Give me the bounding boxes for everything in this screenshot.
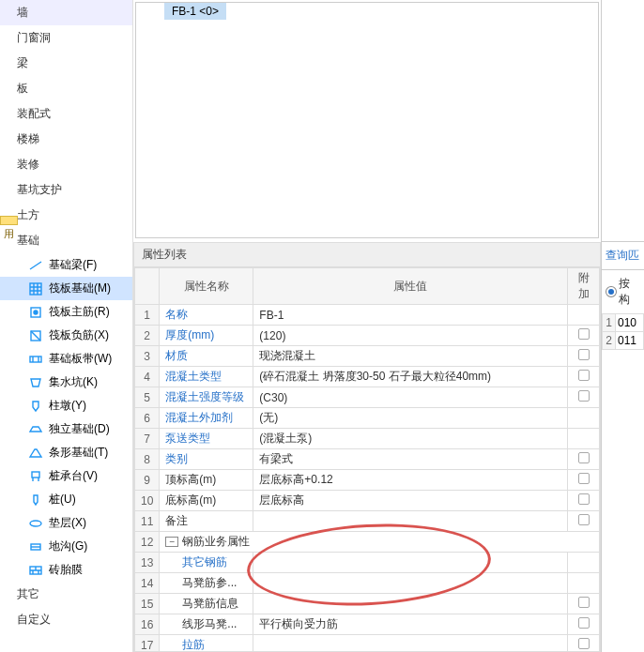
subcategory-item[interactable]: 筏板基础(M)	[0, 277, 132, 300]
property-value-cell[interactable]: (C30)	[253, 387, 568, 408]
subcategory-item[interactable]: 垫层(X)	[0, 511, 132, 535]
component-tag[interactable]: FB-1 <0>	[164, 3, 226, 20]
category-item[interactable]: 板	[0, 76, 132, 101]
property-value-cell[interactable]: 有梁式	[253, 449, 568, 470]
subcategory-item[interactable]: 柱墩(Y)	[0, 394, 132, 417]
subcategory-item[interactable]: 砖胎膜	[0, 558, 132, 582]
checkbox[interactable]	[578, 473, 590, 484]
property-row[interactable]: 6混凝土外加剂(无)	[135, 408, 600, 429]
vertical-tab[interactable]: 用	[0, 216, 18, 225]
property-extra-cell[interactable]	[568, 511, 600, 532]
property-extra-cell[interactable]	[568, 326, 600, 346]
property-extra-cell[interactable]	[568, 429, 600, 449]
subcategory-item[interactable]: 筏板主筋(R)	[0, 300, 132, 324]
category-item[interactable]: 装配式	[0, 101, 132, 127]
property-extra-cell[interactable]	[568, 387, 600, 408]
property-value-cell[interactable]: (混凝土泵)	[253, 429, 568, 449]
property-value-cell[interactable]: (碎石混凝土 坍落度30-50 石子最大粒径40mm)	[253, 367, 568, 387]
property-name-cell[interactable]: 其它钢筋	[160, 553, 253, 573]
property-value-cell[interactable]: FB-1	[253, 305, 568, 326]
subcategory-item[interactable]: 基础梁(F)	[0, 253, 132, 277]
property-value-cell[interactable]	[253, 511, 568, 532]
property-name-cell[interactable]: 材质	[160, 346, 253, 367]
category-item[interactable]: 装修	[0, 152, 132, 177]
property-extra-cell[interactable]	[568, 594, 600, 614]
property-extra-cell[interactable]	[568, 449, 600, 470]
property-extra-cell[interactable]	[568, 408, 600, 429]
property-extra-cell[interactable]	[568, 470, 600, 491]
property-name-cell[interactable]: 马凳筋参...	[160, 573, 253, 594]
right-table-row[interactable]: 2011	[603, 332, 644, 350]
property-value-cell[interactable]	[253, 594, 568, 614]
radio-by-component[interactable]: 按构	[602, 270, 644, 313]
subcategory-item[interactable]: 筏板负筋(X)	[0, 324, 132, 347]
checkbox[interactable]	[578, 617, 590, 629]
property-extra-cell[interactable]	[568, 305, 600, 326]
property-row[interactable]: 7泵送类型(混凝土泵)	[135, 429, 600, 449]
property-extra-cell[interactable]	[568, 367, 600, 387]
checkbox[interactable]	[578, 370, 590, 381]
property-name-cell[interactable]: 底标高(m)	[160, 491, 253, 511]
checkbox[interactable]	[578, 638, 590, 649]
checkbox[interactable]	[578, 349, 590, 360]
property-value-cell[interactable]: 层底标高+0.12	[253, 470, 568, 491]
property-name-cell[interactable]: 类别	[160, 449, 253, 470]
right-table-row[interactable]: 1010	[603, 314, 644, 332]
property-name-cell[interactable]: 线形马凳...	[160, 614, 253, 635]
property-value-cell[interactable]	[253, 635, 568, 653]
subcategory-item[interactable]: 桩承台(V)	[0, 464, 132, 488]
subcategory-item[interactable]: 桩(U)	[0, 488, 132, 511]
property-value-cell[interactable]: (无)	[253, 408, 568, 429]
property-name-cell[interactable]: 厚度(mm)	[160, 326, 253, 346]
canvas-area[interactable]: FB-1 <0>	[135, 2, 599, 238]
category-item[interactable]: 土方	[0, 203, 132, 228]
category-item[interactable]: 其它	[0, 582, 132, 607]
property-value-cell[interactable]	[253, 573, 568, 594]
property-value-cell[interactable]: (120)	[253, 326, 568, 346]
property-extra-cell[interactable]	[568, 491, 600, 511]
checkbox[interactable]	[578, 390, 590, 402]
property-name-cell[interactable]: 马凳筋信息	[160, 594, 253, 614]
property-name-cell[interactable]: − 钢筋业务属性	[160, 532, 600, 553]
property-row[interactable]: 3材质现浇混凝土	[135, 346, 600, 367]
checkbox[interactable]	[578, 328, 590, 340]
property-row[interactable]: 9顶标高(m)层底标高+0.12	[135, 470, 600, 491]
category-item[interactable]: 基坑支护	[0, 177, 132, 203]
query-tab[interactable]: 查询匹	[602, 242, 644, 270]
category-item[interactable]: 楼梯	[0, 127, 132, 152]
property-row[interactable]: 17拉筋	[135, 635, 600, 653]
subcategory-item[interactable]: 条形基础(T)	[0, 441, 132, 464]
property-row[interactable]: 1名称FB-1	[135, 305, 600, 326]
property-row[interactable]: 13其它钢筋	[135, 553, 600, 573]
property-name-cell[interactable]: 混凝土外加剂	[160, 408, 253, 429]
property-row[interactable]: 8类别有梁式	[135, 449, 600, 470]
subcategory-item[interactable]: 集水坑(K)	[0, 371, 132, 394]
property-row[interactable]: 4混凝土类型(碎石混凝土 坍落度30-50 石子最大粒径40mm)	[135, 367, 600, 387]
checkbox[interactable]	[578, 597, 590, 608]
property-name-cell[interactable]: 混凝土类型	[160, 367, 253, 387]
property-row[interactable]: 5混凝土强度等级(C30)	[135, 387, 600, 408]
category-item[interactable]: 墙	[0, 0, 132, 25]
property-row[interactable]: 11备注	[135, 511, 600, 532]
property-extra-cell[interactable]	[568, 553, 600, 573]
property-extra-cell[interactable]	[568, 614, 600, 635]
property-extra-cell[interactable]	[568, 346, 600, 367]
subcategory-item[interactable]: 地沟(G)	[0, 535, 132, 558]
property-value-cell[interactable]: 平行横向受力筋	[253, 614, 568, 635]
property-extra-cell[interactable]	[568, 635, 600, 653]
subcategory-item[interactable]: 基础板带(W)	[0, 347, 132, 371]
property-name-cell[interactable]: 泵送类型	[160, 429, 253, 449]
subcategory-item[interactable]: 独立基础(D)	[0, 417, 132, 441]
checkbox[interactable]	[578, 514, 590, 525]
property-extra-cell[interactable]	[568, 573, 600, 594]
property-name-cell[interactable]: 备注	[160, 511, 253, 532]
property-name-cell[interactable]: 混凝土强度等级	[160, 387, 253, 408]
property-row[interactable]: 15马凳筋信息	[135, 594, 600, 614]
property-name-cell[interactable]: 顶标高(m)	[160, 470, 253, 491]
property-value-cell[interactable]	[253, 553, 568, 573]
property-value-cell[interactable]: 现浇混凝土	[253, 346, 568, 367]
property-value-cell[interactable]: 层底标高	[253, 491, 568, 511]
category-item[interactable]: 自定义	[0, 607, 132, 632]
property-row[interactable]: 10底标高(m)层底标高	[135, 491, 600, 511]
category-item[interactable]: 梁	[0, 51, 132, 76]
